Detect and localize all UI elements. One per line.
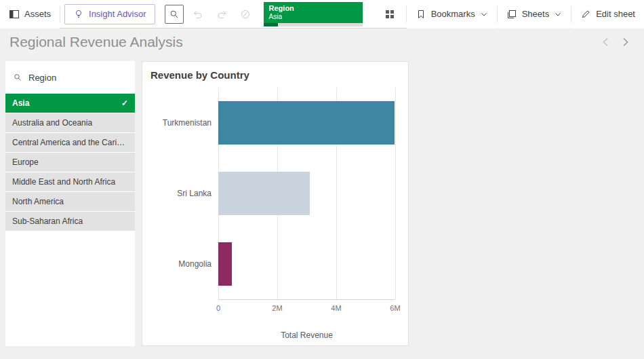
listbox-item[interactable]: Middle East and North Africa [5, 172, 135, 191]
listbox-item[interactable]: Central America and the Caribbean [5, 133, 135, 152]
search-icon [169, 9, 180, 20]
current-selection-item[interactable]: Region Asia [264, 2, 363, 26]
listbox-item-label: Middle East and North Africa [12, 177, 128, 187]
sheet-header: Regional Revenue Analysis [0, 29, 644, 56]
bookmarks-label: Bookmarks [431, 9, 475, 19]
toolbar: Assets Insight Advisor Region Asia [0, 0, 644, 29]
toolbar-right-group: Bookmarks Sheets Edit sheet [376, 0, 644, 28]
sheet-title: Regional Revenue Analysis [9, 34, 597, 50]
plot-area: TurkmenistanSri LankaMongolia [218, 88, 395, 300]
chart-title: Revenue by Country [142, 62, 408, 81]
listbox-item[interactable]: Europe [5, 153, 135, 172]
selection-value: Asia [269, 13, 357, 21]
selection-progress-fill [264, 23, 279, 26]
assets-button[interactable]: Assets [0, 0, 60, 29]
category-label: Turkmenistan [163, 118, 212, 128]
sheet-content: Region Asia✓Australia and OceaniaCentral… [0, 56, 644, 359]
clear-selections-icon [240, 9, 251, 20]
search-icon[interactable] [13, 73, 22, 82]
x-tick-label: 0 [216, 304, 220, 312]
chevron-down-icon [554, 10, 562, 18]
assets-panel-icon [9, 9, 20, 20]
selection-field-name: Region [269, 3, 357, 13]
listbox-item-label: Asia [12, 98, 117, 108]
previous-sheet-button[interactable] [597, 33, 616, 52]
listbox-header: Region [5, 61, 135, 94]
x-tick-label: 2M [272, 304, 282, 312]
edit-sheet-label: Edit sheet [596, 9, 635, 19]
clear-selections-button[interactable] [236, 5, 255, 24]
step-back-button[interactable] [188, 5, 207, 24]
insight-advisor-icon [73, 9, 84, 20]
x-tick-label: 4M [331, 304, 341, 312]
x-axis-ticks: 02M4M6M [218, 304, 395, 315]
listbox-item[interactable]: North America [5, 192, 135, 211]
pencil-icon [580, 9, 591, 20]
listbox-title: Region [28, 73, 56, 83]
bar-row: Sri Lanka [218, 158, 395, 229]
bookmark-icon [416, 9, 426, 20]
bar[interactable] [218, 172, 310, 215]
edit-sheet-button[interactable]: Edit sheet [571, 0, 644, 29]
selection-progress-bar [264, 23, 363, 26]
grid-icon [384, 9, 395, 20]
step-forward-button[interactable] [212, 5, 231, 24]
listbox-item-label: Central America and the Caribbean [12, 138, 128, 147]
listbox-item-label: Australia and Oceania [12, 118, 128, 128]
chevron-down-icon [480, 10, 488, 18]
x-axis-title: Total Revenue [218, 330, 395, 340]
listbox-item[interactable]: Sub-Saharan Africa [5, 212, 135, 231]
assets-label: Assets [24, 9, 51, 19]
undo-icon [193, 9, 203, 20]
sheets-icon [506, 9, 517, 20]
insight-advisor-label: Insight Advisor [89, 9, 146, 19]
bar[interactable] [218, 242, 232, 286]
listbox-item[interactable]: Asia✓ [5, 94, 135, 113]
bar[interactable] [218, 101, 395, 145]
insight-advisor-button[interactable]: Insight Advisor [64, 4, 155, 24]
check-icon: ✓ [121, 98, 128, 108]
category-label: Sri Lanka [177, 189, 212, 198]
smart-search-button[interactable] [165, 5, 184, 24]
bar-row: Turkmenistan [218, 88, 395, 158]
region-filter-pane: Region Asia✓Australia and OceaniaCentral… [5, 61, 135, 346]
revenue-chart-card: Revenue by Country TurkmenistanSri Lanka… [142, 61, 409, 346]
gridline [395, 88, 396, 299]
listbox-item-label: Sub-Saharan Africa [12, 216, 128, 226]
listbox-items: Asia✓Australia and OceaniaCentral Americ… [5, 94, 135, 231]
sheets-button[interactable]: Sheets [498, 0, 571, 29]
sheet-grid-button[interactable] [380, 5, 399, 24]
toolbar-divider [60, 6, 60, 22]
bar-row: Mongolia [218, 229, 395, 299]
category-label: Mongolia [178, 259, 212, 269]
x-tick-label: 6M [390, 304, 400, 312]
listbox-item[interactable]: Australia and Oceania [5, 113, 135, 132]
selection-main: Region Asia [264, 2, 363, 23]
bookmarks-button[interactable]: Bookmarks [407, 0, 497, 29]
sheets-label: Sheets [522, 9, 549, 19]
listbox-item-label: North America [12, 197, 128, 206]
listbox-item-label: Europe [12, 157, 128, 167]
redo-icon [216, 9, 227, 20]
next-sheet-button[interactable] [616, 33, 635, 52]
